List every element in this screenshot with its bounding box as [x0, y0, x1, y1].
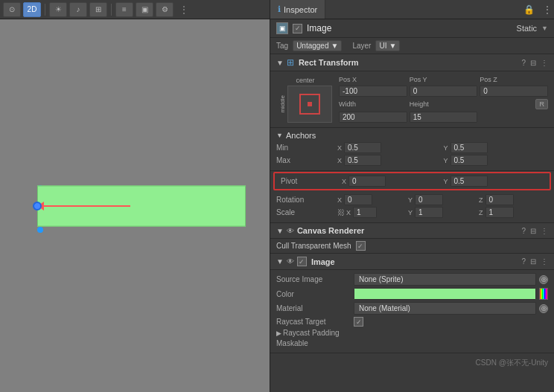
min-y-axis: Y: [444, 144, 448, 152]
static-dropdown-arrow[interactable]: ▼: [541, 25, 548, 32]
audio-btn[interactable]: ♪: [69, 2, 87, 17]
pivot-section: Pivot X 0 Y 0.5: [273, 172, 551, 190]
min-x-value[interactable]: 0.5: [344, 142, 381, 153]
object-enabled-checkbox[interactable]: ✓: [293, 24, 302, 33]
max-label: Max: [276, 156, 336, 164]
canvas-eye-icon[interactable]: 👁: [287, 227, 294, 235]
tag-value: Untagged: [296, 42, 328, 50]
source-image-picker[interactable]: ◎: [539, 275, 548, 284]
2d-btn[interactable]: 2D: [23, 2, 41, 17]
material-picker[interactable]: ◎: [539, 304, 548, 313]
image-more-icon[interactable]: ⋮: [541, 257, 548, 266]
settings-btn[interactable]: ⚙: [156, 2, 173, 17]
view-btn[interactable]: ▣: [136, 2, 153, 17]
scale-x-value[interactable]: 1: [353, 207, 377, 218]
posz-label: Pos Z: [480, 76, 497, 83]
image-help-icon[interactable]: ?: [521, 257, 526, 266]
color-value[interactable]: [354, 288, 536, 300]
rotation-label: Rotation: [276, 196, 336, 204]
rot-y-axis: Y: [408, 196, 413, 204]
image-component-header: ▼ 👁 ✓ Image ? ⊟ ⋮: [270, 254, 554, 270]
material-value[interactable]: None (Material): [354, 302, 536, 315]
object-icon: ▣: [276, 22, 288, 34]
layers-btn[interactable]: ≡: [115, 2, 133, 17]
maskable-row: Maskable: [276, 339, 548, 347]
tag-dropdown[interactable]: Untagged ▼: [293, 40, 342, 51]
raycast-checkbox[interactable]: ✓: [354, 317, 363, 327]
scale-y-value[interactable]: 1: [415, 207, 443, 218]
canvas-help-icon[interactable]: ?: [521, 227, 526, 235]
canvas-settings-icon[interactable]: ⊟: [530, 227, 536, 235]
max-y-value[interactable]: 0.5: [450, 155, 488, 166]
anchors-expand-icon[interactable]: ▼: [276, 132, 283, 139]
posx-value[interactable]: -100: [339, 86, 407, 97]
rot-x-value[interactable]: 0: [344, 194, 372, 205]
max-x-group: X 0.5: [337, 155, 442, 166]
image-settings-icon[interactable]: ⊟: [530, 257, 536, 266]
image-section: ▼ 👁 ✓ Image ? ⊟ ⋮ Source Image None (Spr…: [270, 254, 554, 353]
image-eye-icon[interactable]: 👁: [287, 257, 294, 266]
color-label: Color: [276, 290, 351, 298]
image-enabled-checkbox[interactable]: ✓: [297, 257, 307, 266]
image-expand-icon[interactable]: ▼: [276, 257, 284, 266]
height-value[interactable]: 15: [410, 112, 478, 123]
raycast-padding-arrow[interactable]: ▶: [276, 330, 281, 337]
posy-value[interactable]: 0: [410, 86, 478, 97]
more-options-icon[interactable]: ⋮: [541, 59, 548, 67]
image-body: Source Image None (Sprite) ◎ Color Mater…: [270, 270, 554, 353]
anchor-diagram[interactable]: [287, 86, 332, 123]
raycast-label: Raycast Target: [276, 318, 351, 326]
cull-label: Cull Transparent Mesh: [276, 242, 351, 250]
object-header: ▣ ✓ Image Static ▼: [270, 19, 554, 38]
height-label: Height: [410, 100, 429, 108]
pivot-row: Pivot X 0 Y 0.5: [281, 176, 544, 187]
scale-z-value[interactable]: 1: [485, 207, 514, 218]
gizmos-btn[interactable]: ⊞: [89, 2, 107, 17]
min-x-axis: X: [337, 144, 342, 152]
rot-z-group: Z 0: [479, 194, 548, 205]
color-row: Color: [276, 288, 548, 300]
source-image-field: None (Sprite) ◎: [354, 273, 548, 286]
layer-label: Layer: [352, 42, 371, 50]
scene-toolbar: ⊙ 2D ☀ ♪ ⊞ ≡ ▣ ⚙ ⋮: [0, 0, 270, 19]
posz-value[interactable]: 0: [480, 86, 548, 97]
max-x-value[interactable]: 0.5: [344, 155, 381, 166]
image-title: Image: [311, 257, 335, 266]
orbit-btn[interactable]: ⊙: [3, 2, 21, 17]
sep1: [45, 4, 45, 16]
static-badge: Static: [517, 24, 538, 33]
r-btn-container: R: [480, 99, 548, 109]
more-icon[interactable]: ⋮: [539, 4, 554, 16]
pivot-y-value[interactable]: 0.5: [450, 176, 488, 187]
scale-x-group: X 1: [346, 207, 377, 218]
color-spectrum[interactable]: [539, 288, 548, 300]
min-x-group: X 0.5: [337, 142, 442, 153]
rot-y-value[interactable]: 0: [415, 194, 443, 205]
width-value[interactable]: 200: [339, 112, 407, 123]
help-icon[interactable]: ?: [521, 59, 526, 67]
cull-checkbox[interactable]: ✓: [356, 241, 366, 251]
canvas-more-icon[interactable]: ⋮: [541, 227, 548, 235]
diagram-center: [308, 102, 312, 106]
min-y-value[interactable]: 0.5: [450, 142, 488, 153]
canvas-expand-icon[interactable]: ▼: [276, 227, 284, 235]
scene-panel: ⊙ 2D ☀ ♪ ⊞ ≡ ▣ ⚙ ⋮: [0, 0, 270, 392]
source-image-value[interactable]: None (Sprite): [354, 273, 536, 286]
height-group: Height: [410, 100, 478, 108]
rect-expand-icon[interactable]: ▼: [276, 59, 284, 67]
anchors-max-row: Max X 0.5 Y 0.5: [276, 155, 548, 166]
rot-z-value[interactable]: 0: [485, 194, 514, 205]
posy-group: Pos Y: [410, 76, 478, 83]
r-button[interactable]: R: [535, 99, 548, 109]
inspector-tab[interactable]: ℹ Inspector: [270, 0, 325, 19]
settings-icon[interactable]: ⊟: [530, 59, 536, 67]
lock-icon[interactable]: 🔒: [519, 4, 539, 15]
pivot-x-value[interactable]: 0: [348, 176, 386, 187]
layer-dropdown[interactable]: UI ▼: [375, 40, 400, 51]
anchors-title: Anchors: [286, 131, 316, 140]
pivot-y-axis: Y: [444, 178, 448, 185]
scale-z-axis: Z: [479, 209, 483, 216]
pivot-x-group: X 0: [342, 176, 442, 187]
watermark-text: CSDN @张不无-Unity: [476, 359, 548, 367]
light-btn[interactable]: ☀: [49, 2, 67, 17]
